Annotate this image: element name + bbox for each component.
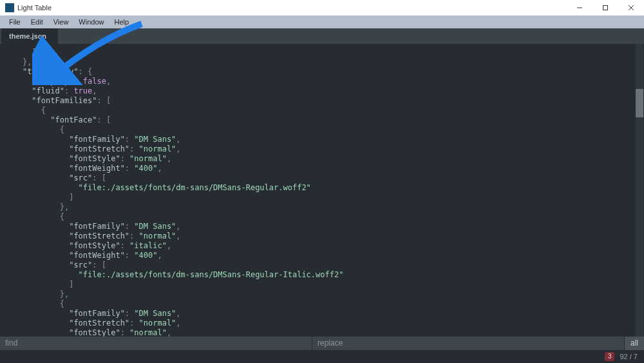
token-punct: : bbox=[129, 319, 138, 328]
token-punct: ] bbox=[69, 280, 73, 289]
token-punct: , bbox=[167, 241, 171, 250]
window-title: Light Table bbox=[17, 4, 52, 12]
token-punct: : [ bbox=[92, 260, 106, 270]
token-bool: true bbox=[73, 86, 92, 95]
menu-window[interactable]: Window bbox=[73, 15, 109, 28]
code-line: "src": [ bbox=[4, 173, 644, 183]
token-punct: : { bbox=[79, 67, 93, 76]
token-punct: : bbox=[120, 241, 129, 250]
code-editor[interactable]: ] }, "typography": { "dropCap": false, "… bbox=[0, 44, 644, 337]
replace-all-button[interactable]: all bbox=[625, 337, 644, 350]
token-str: "400" bbox=[134, 164, 157, 173]
token-str: "normal" bbox=[139, 319, 176, 328]
token-punct: : bbox=[120, 328, 129, 337]
code-line: }, bbox=[4, 57, 644, 67]
tab-theme-json[interactable]: theme.json bbox=[1, 28, 58, 44]
code-line: { bbox=[4, 212, 644, 222]
minimize-icon bbox=[576, 5, 583, 11]
code-line: "fontFamilies": [ bbox=[4, 96, 644, 106]
token-str: "italic" bbox=[129, 241, 167, 250]
menu-view[interactable]: View bbox=[48, 15, 74, 28]
window-maximize-button[interactable] bbox=[592, 0, 618, 15]
code-line: }, bbox=[4, 289, 644, 299]
token-key: "fontStyle" bbox=[69, 241, 120, 250]
code-line: "fontFace": [ bbox=[4, 115, 644, 125]
token-key: "src" bbox=[69, 173, 92, 182]
window-minimize-button[interactable] bbox=[567, 0, 592, 15]
code-line: ] bbox=[4, 193, 644, 202]
token-punct: { bbox=[60, 125, 64, 134]
token-punct: , bbox=[92, 86, 97, 95]
menu-file[interactable]: File bbox=[4, 15, 26, 28]
editor-area: ] }, "typography": { "dropCap": false, "… bbox=[0, 44, 644, 337]
menu-help[interactable]: Help bbox=[109, 15, 134, 28]
vertical-scrollbar[interactable] bbox=[636, 44, 643, 337]
token-key: "fontFamily" bbox=[69, 135, 125, 144]
code-line: { bbox=[4, 125, 644, 135]
code-line: "fontWeight": "400", bbox=[4, 251, 644, 260]
token-punct: { bbox=[60, 212, 64, 221]
app-icon bbox=[5, 3, 14, 12]
token-punct: ] bbox=[69, 193, 73, 202]
token-punct: ] bbox=[32, 48, 36, 57]
code-line: "fontStyle": "italic", bbox=[4, 241, 644, 251]
token-str: "normal" bbox=[129, 154, 167, 163]
code-line: "fontWeight": "400", bbox=[4, 164, 644, 173]
code-line: "file:./assets/fonts/dm-sans/DMSans-Regu… bbox=[4, 183, 644, 193]
token-str: "file:./assets/fonts/dm-sans/DMSans-Regu… bbox=[79, 183, 311, 192]
code-line: "fontStyle": "normal", bbox=[4, 154, 644, 164]
token-punct: : bbox=[125, 164, 134, 173]
token-key: "fontStretch" bbox=[69, 144, 129, 153]
menu-edit[interactable]: Edit bbox=[26, 15, 48, 28]
status-bar: 3 92 / 7 bbox=[0, 350, 644, 363]
token-key: "fontFamilies" bbox=[32, 96, 97, 105]
token-str: "DM Sans" bbox=[134, 222, 176, 231]
code-line: "fontStretch": "normal", bbox=[4, 231, 644, 241]
token-punct: : bbox=[125, 251, 134, 260]
token-key: "fontWeight" bbox=[69, 251, 125, 260]
token-punct: : bbox=[73, 77, 82, 86]
code-line: "dropCap": false, bbox=[4, 77, 644, 86]
token-punct: }, bbox=[60, 202, 69, 211]
code-line: "fluid": true, bbox=[4, 86, 644, 96]
token-key: "dropCap" bbox=[32, 77, 73, 86]
token-punct: : [ bbox=[97, 115, 111, 124]
token-str: "normal" bbox=[139, 144, 176, 153]
token-punct: , bbox=[106, 77, 111, 86]
token-key: "fontFamily" bbox=[69, 222, 125, 231]
svg-rect-1 bbox=[603, 6, 608, 10]
error-count-badge[interactable]: 3 bbox=[605, 352, 615, 361]
code-line: "fontFamily": "DM Sans", bbox=[4, 135, 644, 144]
code-line: "fontStretch": "normal", bbox=[4, 319, 644, 328]
close-icon bbox=[628, 5, 634, 11]
scrollbar-thumb[interactable] bbox=[636, 89, 643, 117]
window-close-button[interactable] bbox=[618, 0, 644, 15]
token-punct: }, bbox=[60, 289, 69, 299]
token-key: "fontStretch" bbox=[69, 319, 129, 328]
workspace: theme.json ] }, "typography": { "dropCap… bbox=[0, 28, 644, 363]
token-str: "file:./assets/fonts/dm-sans/DMSans-Regu… bbox=[79, 270, 344, 279]
code-line: "src": [ bbox=[4, 260, 644, 270]
token-punct: : bbox=[129, 231, 138, 240]
code-line: }, bbox=[4, 202, 644, 212]
code-line: "file:./assets/fonts/dm-sans/DMSans-Regu… bbox=[4, 270, 644, 280]
token-punct: , bbox=[157, 251, 162, 260]
code-line: "typography": { bbox=[4, 67, 644, 77]
code-line: "fontStretch": "normal", bbox=[4, 144, 644, 154]
token-punct: , bbox=[176, 135, 180, 144]
token-key: "fluid" bbox=[32, 86, 64, 95]
token-punct: : [ bbox=[97, 96, 111, 105]
token-str: "normal" bbox=[139, 231, 176, 240]
token-punct: }, bbox=[23, 57, 32, 66]
token-key: "fontFace" bbox=[50, 115, 97, 124]
token-punct: { bbox=[60, 299, 64, 308]
token-punct: , bbox=[167, 154, 171, 163]
find-input[interactable]: find bbox=[0, 337, 312, 350]
token-punct: : bbox=[125, 222, 134, 231]
cursor-position: 92 / 7 bbox=[620, 353, 638, 360]
token-punct: : bbox=[120, 154, 129, 163]
code-line: { bbox=[4, 106, 644, 115]
replace-input[interactable]: replace bbox=[312, 337, 625, 350]
token-str: "DM Sans" bbox=[134, 135, 176, 144]
code-line: ] bbox=[4, 280, 644, 289]
